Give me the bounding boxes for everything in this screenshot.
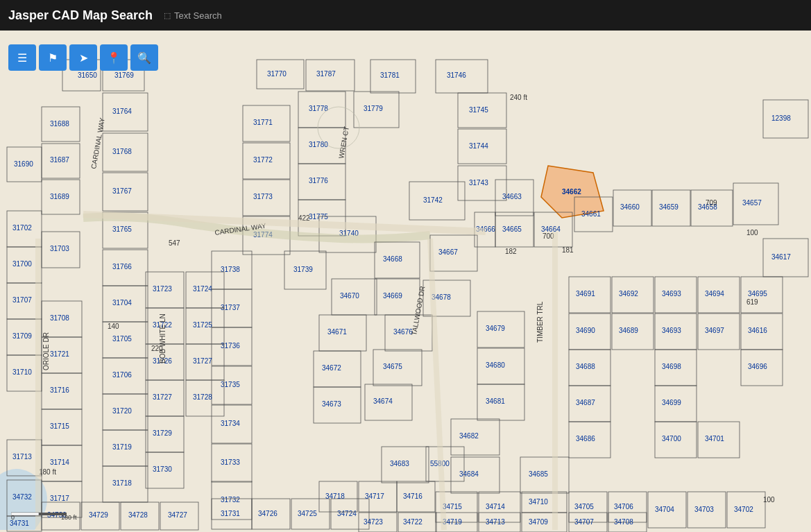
svg-text:31687: 31687 [50,156,69,164]
map-container[interactable]: ☰ ⚑ ➤ 📍 🔍 31650 31769 31770 31787 31781 … [0,31,811,532]
svg-text:31770: 31770 [267,70,287,78]
svg-text:34713: 34713 [486,518,505,526]
svg-text:180 ft: 180 ft [39,468,56,476]
pin-button[interactable]: 📍 [100,44,128,71]
svg-text:34709: 34709 [529,518,548,526]
svg-text:31707: 31707 [12,296,32,304]
map-canvas: 31650 31769 31770 31787 31781 31746 1239… [0,31,811,532]
svg-rect-312 [11,513,39,515]
svg-text:31705: 31705 [112,335,132,343]
svg-text:34726: 34726 [258,510,278,517]
svg-text:31704: 31704 [112,299,132,307]
svg-text:34708: 34708 [614,518,633,526]
svg-text:180 ft: 180 ft [61,514,77,520]
svg-text:182: 182 [505,248,517,255]
svg-text:31732: 31732 [221,496,240,504]
svg-text:31716: 31716 [50,386,69,394]
svg-text:34670: 34670 [340,292,359,300]
svg-text:31721: 31721 [50,350,69,358]
svg-text:34689: 34689 [619,327,638,334]
svg-text:34688: 34688 [576,363,595,370]
header: Jasper CAD Map Search ⬚ Text Search [0,0,811,31]
svg-text:BOB WHITE LN: BOB WHITE LN [159,314,167,363]
svg-text:ORIOLE DR: ORIOLE DR [42,332,50,370]
menu-button[interactable]: ☰ [8,44,36,71]
svg-text:34707: 34707 [574,518,594,526]
svg-text:34698: 34698 [662,363,681,370]
svg-text:31690: 31690 [14,160,33,168]
svg-text:34705: 34705 [574,503,594,510]
search-button[interactable]: 🔍 [130,44,158,71]
svg-text:31771: 31771 [253,119,273,126]
svg-text:31772: 31772 [253,156,273,164]
svg-text:34724: 34724 [337,510,357,517]
svg-text:31731: 31731 [221,510,240,517]
flag-button[interactable]: ⚑ [39,44,67,71]
svg-text:34691: 34691 [576,290,595,298]
svg-text:34668: 34668 [383,255,402,263]
svg-text:34616: 34616 [748,327,767,334]
svg-text:34687: 34687 [576,399,595,406]
svg-text:34669: 34669 [383,292,402,300]
svg-text:31700: 31700 [12,260,32,268]
svg-text:34729: 34729 [89,511,108,519]
svg-text:31723: 31723 [153,285,172,293]
text-search-icon: ⬚ [164,11,171,20]
svg-text:34679: 34679 [486,325,505,332]
svg-text:31730: 31730 [153,465,172,473]
svg-text:34617: 34617 [771,253,791,261]
svg-text:31714: 31714 [50,458,69,466]
svg-text:31689: 31689 [50,193,69,200]
svg-text:31775: 31775 [309,213,328,221]
toolbar: ☰ ⚑ ➤ 📍 🔍 [8,44,158,71]
svg-text:34674: 34674 [373,397,393,405]
svg-text:34727: 34727 [168,511,187,519]
svg-text:31766: 31766 [112,263,132,271]
svg-text:34693: 34693 [662,290,681,298]
svg-text:34667: 34667 [438,248,458,256]
svg-text:34665: 34665 [502,225,522,233]
svg-text:34699: 34699 [662,399,681,406]
text-search-link[interactable]: ⬚ Text Search [164,10,222,21]
svg-text:31717: 31717 [50,495,69,502]
svg-text:31718: 31718 [112,479,132,487]
svg-text:34710: 34710 [529,498,548,506]
svg-text:34728: 34728 [128,511,148,519]
svg-text:34695: 34695 [748,290,767,298]
svg-text:31709: 31709 [12,332,32,340]
svg-text:34716: 34716 [403,492,422,500]
svg-text:31745: 31745 [469,106,488,114]
svg-text:31728: 31728 [193,393,212,401]
svg-text:31764: 31764 [112,108,132,115]
navigate-button[interactable]: ➤ [69,44,97,71]
svg-text:31733: 31733 [221,458,240,466]
svg-text:34663: 34663 [502,193,522,200]
svg-text:709: 709 [706,199,717,207]
text-search-label: Text Search [174,10,222,21]
svg-text:31781: 31781 [380,71,400,79]
svg-text:31779: 31779 [364,105,383,112]
svg-text:34717: 34717 [365,492,384,500]
svg-text:240 ft: 240 ft [510,94,527,101]
svg-text:34692: 34692 [619,290,638,298]
svg-text:34657: 34657 [742,199,762,207]
svg-text:31739: 31739 [293,266,313,273]
svg-text:31725: 31725 [193,321,212,329]
svg-text:TIMBER TRL: TIMBER TRL [536,301,544,343]
svg-text:31767: 31767 [112,187,132,195]
svg-text:34693: 34693 [662,327,681,334]
svg-text:34697: 34697 [705,327,724,334]
svg-text:31724: 31724 [193,285,212,293]
svg-text:31729: 31729 [153,429,172,437]
svg-text:31719: 31719 [112,443,132,451]
svg-text:31737: 31737 [221,304,240,311]
svg-text:140: 140 [108,323,119,330]
svg-text:34694: 34694 [705,290,724,298]
svg-text:34704: 34704 [655,506,674,513]
svg-text:31773: 31773 [253,193,273,200]
svg-text:34718: 34718 [325,492,345,500]
svg-text:34732: 34732 [12,493,32,501]
svg-text:31702: 31702 [12,224,32,232]
svg-text:220: 220 [151,345,163,352]
svg-text:31650: 31650 [78,71,97,79]
